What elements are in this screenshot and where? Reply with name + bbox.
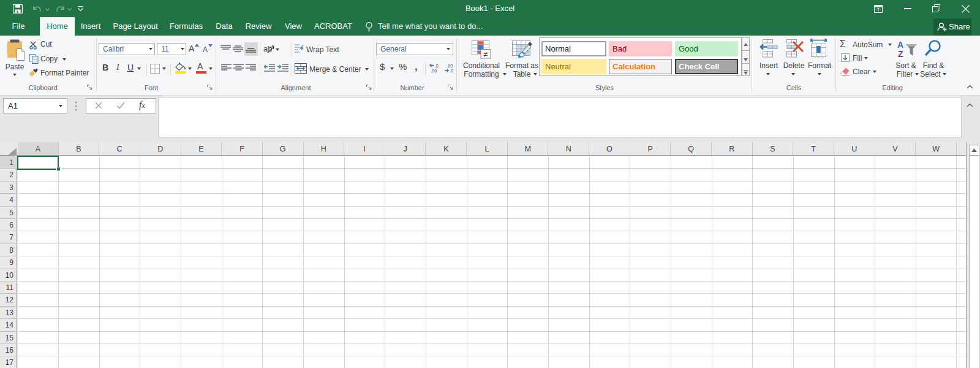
svg-text:ab: ab [263,44,272,53]
svg-text:A: A [897,40,903,50]
svg-text:Z: Z [898,49,903,59]
svg-text:≠: ≠ [483,50,488,59]
svg-text:.00: .00 [431,68,437,73]
